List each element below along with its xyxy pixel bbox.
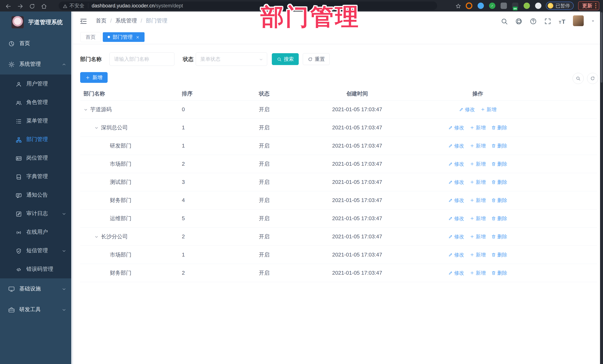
row-action-delete[interactable]: 删除 [491, 179, 507, 186]
browser-home-icon[interactable] [41, 2, 47, 9]
table-row[interactable]: 财务部门4开启2021-01-05 17:03:47修改新增删除 [80, 191, 597, 210]
row-action-modify[interactable]: 修改 [448, 215, 464, 222]
extension-key-icon[interactable] [524, 3, 530, 9]
font-size-icon-button[interactable]: TT [558, 16, 566, 25]
sidebar-item-menu-management[interactable]: 菜单管理 [0, 111, 73, 130]
dept-name-input[interactable]: 请输入部门名称 [109, 53, 174, 66]
row-action-add[interactable]: 新增 [470, 215, 486, 222]
sidebar-item-post-management[interactable]: 岗位管理 [0, 149, 73, 167]
tab-home[interactable]: 首页 [81, 32, 101, 42]
row-action-add[interactable]: 新增 [470, 161, 486, 167]
table-row[interactable]: 芋道源码0开启2021-01-05 17:03:47修改新增 [80, 100, 597, 119]
row-action-add[interactable]: 新增 [470, 252, 486, 258]
table-row[interactable]: 市场部门2开启2021-01-05 17:03:47修改新增删除 [80, 155, 597, 173]
chevron-down-icon[interactable] [83, 108, 88, 112]
sidebar-item-role-management[interactable]: 角色管理 [0, 93, 73, 111]
caret-down-icon[interactable] [591, 18, 595, 23]
caret-down-icon[interactable] [591, 19, 595, 23]
row-action-add[interactable]: 新增 [470, 124, 486, 131]
row-action-modify[interactable]: 修改 [448, 270, 464, 276]
row-action-modify[interactable]: 修改 [448, 233, 464, 240]
browser-reload-icon[interactable] [29, 2, 35, 9]
sidebar-item-error-code[interactable]: 错误码管理 [0, 260, 73, 278]
table-row[interactable]: 研发部门1开启2021-01-05 17:03:47修改新增删除 [80, 137, 597, 155]
expand-row-icon[interactable] [83, 107, 88, 112]
table-row[interactable]: 深圳总公司1开启2021-01-05 17:03:47修改新增删除 [80, 119, 597, 137]
row-action-modify[interactable]: 修改 [448, 161, 464, 167]
extension-gem-icon[interactable] [477, 3, 484, 9]
browser-forward-icon[interactable] [17, 2, 23, 9]
arrow-right-icon[interactable] [17, 3, 23, 10]
sidebar-item-notice[interactable]: 通知公告 [0, 186, 73, 204]
row-action-delete[interactable]: 删除 [491, 215, 507, 222]
row-action-modify[interactable]: 修改 [448, 143, 464, 149]
expand-row-icon[interactable] [94, 125, 99, 130]
expand-row-icon[interactable] [94, 234, 99, 239]
breadcrumb-item[interactable]: 系统管理 [116, 17, 137, 24]
toggle-search-button[interactable] [573, 73, 584, 84]
sidebar-item-dict-management[interactable]: 字典管理 [0, 167, 73, 186]
row-action-delete[interactable]: 删除 [491, 124, 507, 131]
extension-puzzle-icon[interactable] [535, 3, 541, 9]
sidebar-item-online-users[interactable]: 在线用户 [0, 223, 73, 241]
table-row[interactable]: 测试部门3开启2021-01-05 17:03:47修改新增删除 [80, 173, 597, 191]
row-action-modify[interactable]: 修改 [448, 252, 464, 258]
close-icon[interactable] [136, 35, 140, 39]
chevron-down-icon[interactable] [94, 235, 99, 239]
sidebar-item-home[interactable]: 首页 [0, 33, 73, 54]
extension-orange-icon[interactable] [466, 2, 472, 9]
sidebar-item-dept-management[interactable]: 部门管理 [0, 130, 73, 149]
reset-button[interactable]: 重置 [303, 53, 330, 65]
extension-green-check-icon[interactable]: ✓ [489, 3, 495, 9]
fullscreen-icon-button[interactable] [544, 16, 551, 25]
row-action-add[interactable]: 新增 [481, 106, 497, 113]
table-row[interactable]: 财务部门2开启2021-01-05 17:03:47修改新增删除 [80, 264, 597, 282]
row-action-modify[interactable]: 修改 [448, 124, 464, 131]
refresh-icon[interactable] [29, 3, 35, 10]
row-action-modify[interactable]: 修改 [448, 179, 464, 186]
refresh-table-button[interactable] [587, 73, 598, 84]
breadcrumb-item[interactable]: 首页 [96, 17, 106, 24]
sidebar-item-user-management[interactable]: 用户管理 [0, 75, 73, 93]
sidebar-item-audit-log[interactable]: 审计日志 [0, 204, 73, 223]
tab-close-icon[interactable] [136, 35, 140, 39]
row-action-delete[interactable]: 删除 [491, 270, 507, 276]
chevron-down-icon[interactable] [94, 126, 99, 130]
table-row[interactable]: 运维部门5开启2021-01-05 17:03:47修改新增删除 [80, 210, 597, 228]
profile-paused-badge[interactable]: 已暂停 [546, 2, 574, 10]
browser-update-button[interactable]: 更新 [578, 1, 599, 10]
page-scrollbar[interactable] [600, 11, 603, 364]
bookmark-star-icon[interactable] [455, 2, 461, 9]
sidebar-item-infrastructure[interactable]: 基础设施 [0, 278, 73, 299]
row-action-add[interactable]: 新增 [470, 197, 486, 204]
row-action-delete[interactable]: 删除 [491, 233, 507, 240]
row-action-modify[interactable]: 修改 [459, 106, 475, 113]
address-bar[interactable]: 不安全 dashboard.yudao.iocoder.cn/system/de… [59, 1, 437, 10]
row-action-delete[interactable]: 删除 [491, 252, 507, 258]
sidebar-logo-row[interactable]: 芋道管理系统 [0, 11, 73, 33]
table-row[interactable]: 长沙分公司2开启2021-01-05 17:03:47修改新增删除 [80, 228, 597, 246]
row-action-modify[interactable]: 修改 [448, 197, 464, 204]
collapse-icon[interactable] [80, 18, 87, 25]
row-action-delete[interactable]: 删除 [491, 161, 507, 167]
sidebar-item-sms-management[interactable]: 短信管理 [0, 241, 73, 260]
sidebar-scrollbar[interactable] [71, 11, 73, 364]
row-action-delete[interactable]: 删除 [491, 143, 507, 149]
sidebar-item-dev-tools[interactable]: 研发工具 [0, 299, 73, 320]
tab-dept[interactable]: 部门管理 [103, 32, 145, 42]
search-icon-button[interactable] [500, 16, 508, 25]
help-icon-button[interactable] [530, 16, 537, 25]
star-icon[interactable] [455, 3, 461, 9]
sidebar-collapse-icon[interactable] [80, 16, 87, 25]
row-action-add[interactable]: 新增 [470, 233, 486, 240]
home-icon[interactable] [41, 3, 47, 10]
row-action-add[interactable]: 新增 [470, 143, 486, 149]
github-icon-button[interactable] [515, 16, 522, 25]
search-button[interactable]: 搜索 [272, 53, 299, 65]
row-action-add[interactable]: 新增 [470, 270, 486, 276]
browser-back-icon[interactable] [5, 2, 12, 9]
table-row[interactable]: 市场部门1开启2021-01-05 17:03:47修改新增删除 [80, 246, 597, 264]
status-select[interactable]: 菜单状态 [196, 53, 267, 66]
row-action-delete[interactable]: 删除 [491, 197, 507, 204]
row-action-add[interactable]: 新增 [470, 179, 486, 186]
